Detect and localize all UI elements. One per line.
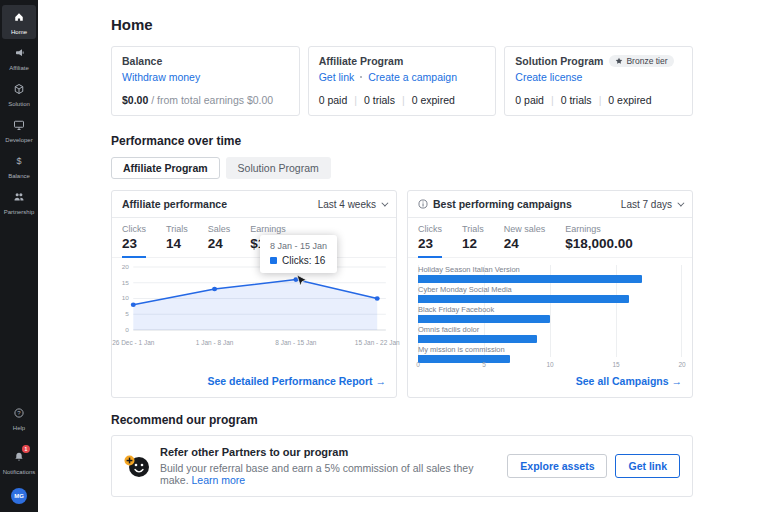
solution-card-stats: 0 paid | 0 trials | 0 expired [515, 94, 682, 106]
sidebar-item-label: Partnership [4, 209, 35, 216]
sidebar-item-balance[interactable]: $ Balance [2, 149, 36, 183]
svg-text:0: 0 [125, 326, 129, 333]
recommend-body: Build your referral base and earn a 5% c… [160, 462, 497, 486]
stat-tab-earnings[interactable]: Earnings $18,000.00 [565, 224, 633, 257]
main-area: Home Balance Withdraw money $0.00 / from… [38, 0, 766, 512]
bar-row: Cyber Monday Social Media [418, 285, 682, 303]
page-title: Home [111, 16, 693, 33]
bar [418, 295, 629, 303]
stats-row: Clicks 23 Trials 12 New sales 24 Earni [408, 218, 692, 258]
sidebar-item-affiliate[interactable]: Affiliate [2, 41, 36, 75]
info-icon [418, 199, 428, 209]
mouse-cursor-icon [296, 274, 307, 292]
performance-panels: Affiliate performance Last 4 weeks Click… [111, 190, 693, 398]
stat-tab-clicks[interactable]: Clicks 23 [418, 224, 442, 258]
bar [418, 275, 642, 283]
performance-heading: Performance over time [111, 134, 693, 148]
stat-tab-sales[interactable]: Sales 24 [208, 224, 231, 257]
stat-tab-clicks[interactable]: Clicks 23 [122, 224, 146, 258]
affiliate-card-stats: 0 paid | 0 trials | 0 expired [319, 94, 486, 106]
tier-badge-label: Bronze tier [626, 56, 667, 66]
stat-tab-new-sales[interactable]: New sales 24 [504, 224, 546, 257]
star-icon [615, 57, 623, 65]
learn-more-link[interactable]: Learn more [192, 474, 246, 486]
svg-text:$: $ [16, 156, 21, 166]
chevron-down-icon [381, 199, 388, 206]
bar [418, 335, 537, 343]
range-dropdown[interactable]: Last 4 weeks [318, 199, 386, 210]
cube-icon [13, 81, 25, 99]
chart-tooltip: 8 Jan - 15 Jan Clicks: 16 [260, 235, 337, 273]
stat-expired: 0 expired [412, 94, 455, 106]
see-all-campaigns-link[interactable]: See all Campaigns → [576, 375, 682, 387]
svg-text:10: 10 [122, 295, 130, 302]
stat-tab-trials[interactable]: Trials 12 [462, 224, 484, 257]
sidebar-item-home[interactable]: Home [2, 5, 36, 39]
sidebar-item-label: Home [11, 29, 27, 36]
recommend-card: Refer other Partners to our program Buil… [111, 435, 693, 497]
solution-program-card: Solution Program Bronze tier Create lice… [504, 46, 693, 116]
summary-cards: Balance Withdraw money $0.00 / from tota… [111, 46, 693, 116]
notifications-label: Notifications [3, 469, 36, 476]
divider: | [354, 94, 357, 106]
get-link-button[interactable]: Get link [615, 454, 680, 478]
dot-separator [360, 76, 362, 78]
bar-chart-x-ticks: 0 5 10 15 20 [418, 358, 682, 368]
bell-icon: 1 [13, 449, 25, 467]
stat-tab-trials[interactable]: Trials 14 [166, 224, 188, 257]
sidebar-item-label: Balance [8, 173, 30, 180]
sidebar-item-developer[interactable]: Developer [2, 113, 36, 147]
performance-report-link[interactable]: See detailed Performance Report → [207, 375, 386, 387]
withdraw-money-link[interactable]: Withdraw money [122, 71, 200, 83]
range-dropdown[interactable]: Last 7 days [621, 199, 682, 210]
tab-solution-program[interactable]: Solution Program [226, 157, 331, 179]
panel-title: Affiliate performance [122, 198, 227, 210]
create-license-link[interactable]: Create license [515, 71, 582, 83]
range-label: Last 4 weeks [318, 199, 376, 210]
monitor-icon [13, 117, 25, 135]
divider: | [402, 94, 405, 106]
notifications-button[interactable]: 1 Notifications [2, 445, 36, 479]
sidebar: Home Affiliate Solution Developer $ Bala… [0, 0, 38, 512]
tier-badge: Bronze tier [609, 55, 673, 67]
svg-text:15: 15 [122, 279, 130, 286]
series-swatch [270, 257, 277, 264]
balance-card-title: Balance [122, 55, 162, 67]
avatar[interactable]: MG [11, 488, 27, 504]
line-chart-x-labels: 26 Dec - 1 Jan 1 Jan - 8 Jan 8 Jan - 15 … [116, 339, 388, 349]
stat-trials: 0 trials [364, 94, 395, 106]
create-campaign-link[interactable]: Create a campaign [368, 71, 457, 83]
bar-chart: Holiday Season Italian Version Cyber Mon… [418, 265, 682, 368]
program-tabs: Affiliate Program Solution Program [111, 157, 693, 179]
range-label: Last 7 days [621, 199, 672, 210]
sidebar-item-partnership[interactable]: Partnership [2, 185, 36, 219]
sidebar-item-label: Solution [8, 101, 30, 108]
refer-partner-icon [124, 454, 150, 478]
affiliate-performance-panel: Affiliate performance Last 4 weeks Click… [111, 190, 397, 398]
recommend-title: Refer other Partners to our program [160, 446, 497, 458]
solution-card-title: Solution Program [515, 55, 603, 67]
bar-row: Black Friday Facebook [418, 305, 682, 323]
recommend-heading: Recommend our program [111, 413, 693, 427]
sidebar-item-label: Developer [5, 137, 32, 144]
notification-badge: 1 [22, 445, 30, 453]
balance-amount: $0.00 [122, 94, 148, 106]
megaphone-icon [13, 45, 25, 63]
help-button[interactable]: ? Help [2, 401, 36, 435]
help-icon: ? [13, 405, 25, 423]
stat-paid: 0 paid [319, 94, 348, 106]
balance-card: Balance Withdraw money $0.00 / from tota… [111, 46, 300, 116]
line-chart-svg: 05101520 [116, 262, 388, 338]
divider: | [551, 94, 554, 106]
stat-expired: 0 expired [608, 94, 651, 106]
tab-affiliate-program[interactable]: Affiliate Program [111, 157, 220, 179]
explore-assets-button[interactable]: Explore assets [507, 454, 607, 478]
bar [418, 315, 550, 323]
bar-row: Holiday Season Italian Version [418, 265, 682, 283]
sidebar-item-label: Affiliate [9, 65, 29, 72]
svg-text:5: 5 [125, 310, 129, 317]
app-root: Home Affiliate Solution Developer $ Bala… [0, 0, 766, 512]
people-icon [13, 189, 25, 207]
sidebar-item-solution[interactable]: Solution [2, 77, 36, 111]
get-link-link[interactable]: Get link [319, 71, 355, 83]
